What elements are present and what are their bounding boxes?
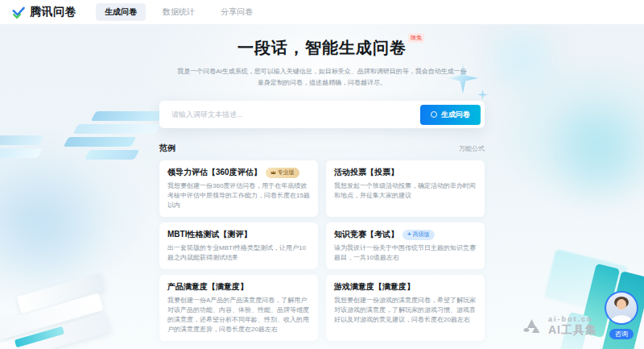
card-body: 我想发起一个班级活动投票，确定活动的举办时间和地点，并征集大家的建议 bbox=[334, 181, 477, 201]
example-card-mbti-test[interactable]: MBTI性格测试【测评】 出一套简版的专业MBTI性格类型测试，让用户10题之内… bbox=[159, 222, 318, 269]
example-card-activity-vote[interactable]: 活动投票【投票】 我想发起一个班级活动投票，确定活动的举办时间和地点，并征集大家… bbox=[326, 160, 485, 217]
example-card-product-satisfaction[interactable]: 产品满意度【满意度】 我要创建一份A产品的产品满意度问卷，了解用户对该产品的功能… bbox=[159, 275, 318, 341]
card-body: 我要创建一份A产品的产品满意度问卷，了解用户对该产品的功能、内容、体验、性能、品… bbox=[167, 296, 310, 334]
tab-data-statistics[interactable]: 数据统计 bbox=[154, 3, 204, 21]
card-title-row: MBTI性格测试【测评】 bbox=[167, 229, 310, 240]
card-title: 知识竞赛【考试】 bbox=[334, 229, 398, 240]
watermark-logo-icon bbox=[520, 316, 543, 335]
hero-subtitle-line1: 我是一个问卷AI生成系统，您可以输入关键信息，如目标受众、品牌和调研目的等，我会… bbox=[0, 66, 644, 77]
watermark-name: AI工具集 bbox=[548, 324, 597, 336]
top-navbar: 腾讯问卷 生成问卷 数据统计 分享问卷 bbox=[0, 0, 644, 24]
card-title-row: 游戏满意度【满意度】 bbox=[334, 281, 477, 293]
watermark-text: ai-bot.cn AI工具集 bbox=[548, 316, 597, 336]
plus-icon: + bbox=[407, 231, 411, 238]
universal-formula-link[interactable]: 万能公式 bbox=[459, 144, 485, 153]
survey-description-input[interactable] bbox=[170, 110, 420, 119]
customer-service-widget[interactable]: 咨询 bbox=[602, 291, 641, 339]
examples-header: 范例 万能公式 bbox=[159, 143, 485, 154]
avatar-face bbox=[617, 299, 626, 310]
pro-version-badge: 专业版 bbox=[266, 168, 299, 178]
example-card-knowledge-quiz[interactable]: 知识竞赛【考试】 + 高级版 请为我设计一份关于中国传统节日主题的知识竞赛题目，… bbox=[326, 222, 485, 269]
agent-avatar-ring bbox=[605, 291, 638, 325]
card-title-row: 知识竞赛【考试】 + 高级版 bbox=[334, 229, 477, 240]
card-title: 游戏满意度【满意度】 bbox=[334, 281, 415, 293]
site-watermark: ai-bot.cn AI工具集 bbox=[520, 316, 597, 336]
card-body: 我想要创建一份游戏的满意度问卷，希望了解玩家对该游戏的满意度，了解玩家的游戏习惯… bbox=[334, 296, 477, 325]
tab-generate-survey[interactable]: 生成问卷 bbox=[96, 3, 146, 21]
consult-label: 咨询 bbox=[609, 329, 634, 339]
card-body: 我想要创建一份360度评估问卷，用于在年底绩效考核中评估中层领导的工作能力，问卷… bbox=[167, 181, 310, 210]
card-body: 请为我设计一份关于中国传统节日主题的知识竞赛题目，一共10道题左右 bbox=[334, 243, 477, 263]
card-title-row: 产品满意度【满意度】 bbox=[167, 281, 310, 293]
hero-subtitle-line2: 量身定制的问卷，描述越精确，问卷越详尽。 bbox=[0, 77, 644, 89]
card-body: 出一套简版的专业MBTI性格类型测试，让用户10题之内就能获得测试结果 bbox=[167, 243, 310, 263]
generate-ring-icon bbox=[431, 111, 437, 118]
badge-label: 专业版 bbox=[278, 168, 295, 177]
tab-share-survey[interactable]: 分享问卷 bbox=[212, 3, 262, 21]
card-title: 活动投票【投票】 bbox=[334, 167, 398, 178]
page-title: 一段话，智能生成问卷 限免 bbox=[237, 37, 407, 59]
checkmark-logo-icon bbox=[11, 6, 25, 19]
example-card-game-satisfaction[interactable]: 游戏满意度【满意度】 我想要创建一份游戏的满意度问卷，希望了解玩家对该游戏的满意… bbox=[326, 275, 485, 341]
examples-section: 范例 万能公式 领导力评估【360度评估】 专业版 我想要创建一份360度评估问… bbox=[159, 143, 485, 341]
page: 腾讯问卷 生成问卷 数据统计 分享问卷 一段话，智能生成问卷 限免 我是一个问卷… bbox=[0, 0, 644, 349]
main-content: 一段话，智能生成问卷 限免 我是一个问卷AI生成系统，您可以输入关键信息，如目标… bbox=[0, 0, 644, 341]
agent-avatar bbox=[606, 293, 637, 323]
badge-label: 高级版 bbox=[413, 231, 430, 239]
page-title-text: 一段话，智能生成问卷 bbox=[237, 39, 407, 56]
card-title-row: 领导力评估【360度评估】 专业版 bbox=[167, 167, 310, 178]
card-title: 领导力评估【360度评估】 bbox=[167, 167, 262, 178]
avatar-body bbox=[612, 315, 631, 323]
brand-name: 腾讯问卷 bbox=[30, 5, 76, 19]
crown-icon bbox=[270, 170, 276, 175]
hero-subtitle: 我是一个问卷AI生成系统，您可以输入关键信息，如目标受众、品牌和调研目的等，我会… bbox=[0, 66, 644, 89]
free-badge: 限免 bbox=[408, 33, 424, 43]
generate-survey-button[interactable]: 生成问卷 bbox=[420, 105, 481, 125]
advanced-version-badge: + 高级版 bbox=[402, 230, 435, 240]
examples-grid: 领导力评估【360度评估】 专业版 我想要创建一份360度评估问卷，用于在年底绩… bbox=[159, 160, 485, 341]
nav-tabs: 生成问卷 数据统计 分享问卷 bbox=[96, 3, 262, 21]
card-title-row: 活动投票【投票】 bbox=[334, 167, 477, 178]
card-title: 产品满意度【满意度】 bbox=[167, 281, 248, 293]
examples-heading: 范例 bbox=[159, 143, 175, 154]
generator-bar: 生成问卷 bbox=[159, 101, 485, 128]
example-card-leadership[interactable]: 领导力评估【360度评估】 专业版 我想要创建一份360度评估问卷，用于在年底绩… bbox=[159, 160, 318, 217]
card-title: MBTI性格测试【测评】 bbox=[167, 229, 251, 240]
brand-logo[interactable]: 腾讯问卷 bbox=[11, 5, 76, 19]
generate-button-label: 生成问卷 bbox=[441, 110, 470, 120]
